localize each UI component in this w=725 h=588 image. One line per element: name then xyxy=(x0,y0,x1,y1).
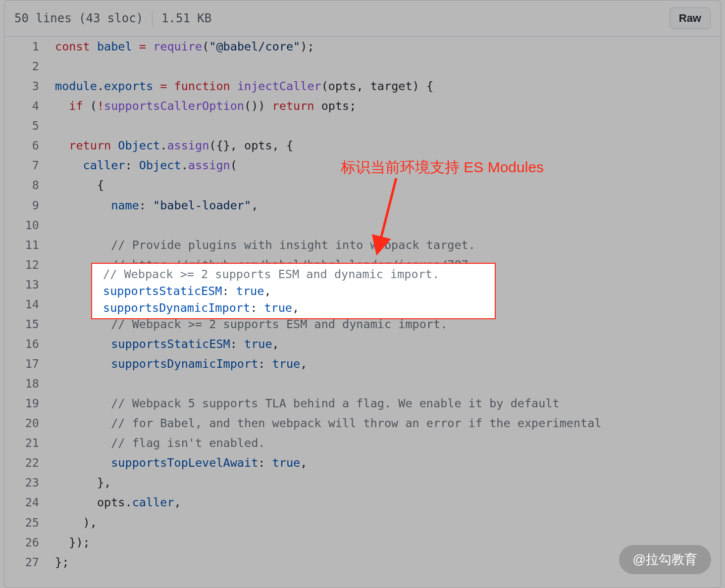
raw-button[interactable]: Raw xyxy=(670,7,711,29)
toolbar-separator xyxy=(152,10,153,26)
code-line[interactable]: const babel = require("@babel/core"); xyxy=(47,37,721,56)
code-table: 1const babel = require("@babel/core"); 2… xyxy=(4,37,721,572)
size-info: 1.51 KB xyxy=(161,11,211,25)
code-frame: 50 lines (43 sloc) 1.51 KB Raw 1const ba… xyxy=(4,0,721,588)
lines-info: 50 lines (43 sloc) xyxy=(14,11,143,25)
annotation-text: 标识当前环境支持 ES Modules xyxy=(341,157,544,178)
watermark-badge: @拉勾教育 xyxy=(619,545,711,574)
line-number: 1 xyxy=(4,37,47,56)
file-toolbar: 50 lines (43 sloc) 1.51 KB Raw xyxy=(4,0,721,37)
